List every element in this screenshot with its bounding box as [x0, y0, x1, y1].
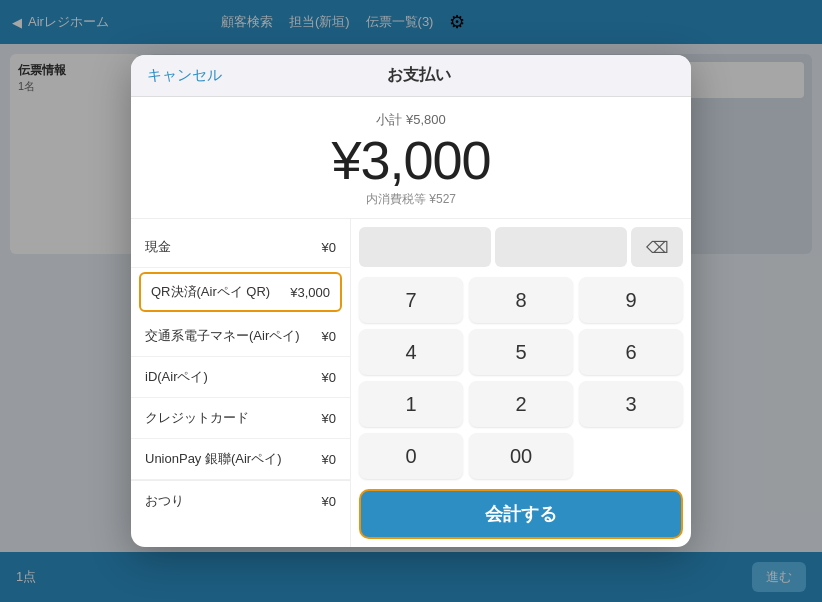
payment-row-credit[interactable]: クレジットカード ¥0 [131, 398, 350, 439]
backspace-button[interactable]: ⌫ [631, 227, 683, 267]
amount-section: 小計 ¥5,800 ¥3,000 内消費税等 ¥527 [131, 97, 691, 219]
numpad-display: ⌫ [359, 227, 683, 267]
payment-amount-credit: ¥0 [322, 411, 336, 426]
tax-text: 内消費税等 ¥527 [147, 191, 675, 208]
payment-row-union[interactable]: UnionPay 銀聯(Airペイ) ¥0 [131, 439, 350, 480]
modal-header: キャンセル お支払い [131, 55, 691, 97]
subtotal-text: 小計 ¥5,800 [147, 111, 675, 129]
payment-row-transit[interactable]: 交通系電子マネー(Airペイ) ¥0 [131, 316, 350, 357]
modal-cancel-button[interactable]: キャンセル [147, 66, 222, 85]
payment-name-cash: 現金 [145, 238, 171, 256]
empty-cell [579, 433, 683, 479]
payment-name-qr: QR決済(Airペイ QR) [151, 283, 270, 301]
payment-row-cash[interactable]: 現金 ¥0 [131, 227, 350, 268]
numpad-grid: 7 8 9 4 5 6 1 2 3 0 00 [359, 277, 683, 479]
display-box-2 [495, 227, 627, 267]
num-btn-4[interactable]: 4 [359, 329, 463, 375]
num-btn-7[interactable]: 7 [359, 277, 463, 323]
num-btn-8[interactable]: 8 [469, 277, 573, 323]
payment-methods-list: 現金 ¥0 QR決済(Airペイ QR) ¥3,000 交通系電子マネー(Air… [131, 219, 351, 547]
payment-content: 現金 ¥0 QR決済(Airペイ QR) ¥3,000 交通系電子マネー(Air… [131, 219, 691, 547]
num-btn-2[interactable]: 2 [469, 381, 573, 427]
numpad-section: ⌫ 7 8 9 4 5 6 1 2 3 0 [351, 219, 691, 547]
otsuri-amount: ¥0 [322, 494, 336, 509]
num-btn-00[interactable]: 00 [469, 433, 573, 479]
modal-overlay: キャンセル お支払い 小計 ¥5,800 ¥3,000 内消費税等 ¥527 現… [0, 0, 822, 602]
payment-name-id: iD(Airペイ) [145, 368, 208, 386]
confirm-button[interactable]: 会計する [359, 489, 683, 539]
payment-modal: キャンセル お支払い 小計 ¥5,800 ¥3,000 内消費税等 ¥527 現… [131, 55, 691, 547]
payment-amount-cash: ¥0 [322, 240, 336, 255]
modal-title: お支払い [387, 65, 451, 86]
num-btn-9[interactable]: 9 [579, 277, 683, 323]
num-btn-6[interactable]: 6 [579, 329, 683, 375]
payment-amount-transit: ¥0 [322, 329, 336, 344]
payment-row-qr[interactable]: QR決済(Airペイ QR) ¥3,000 [139, 272, 342, 312]
payment-amount-id: ¥0 [322, 370, 336, 385]
payment-name-credit: クレジットカード [145, 409, 249, 427]
payment-row-id[interactable]: iD(Airペイ) ¥0 [131, 357, 350, 398]
modal-body: 小計 ¥5,800 ¥3,000 内消費税等 ¥527 現金 ¥0 QR決済(A… [131, 97, 691, 547]
main-amount: ¥3,000 [147, 133, 675, 187]
payment-name-union: UnionPay 銀聯(Airペイ) [145, 450, 282, 468]
otsuri-row: おつり ¥0 [131, 480, 350, 521]
num-btn-3[interactable]: 3 [579, 381, 683, 427]
backspace-icon: ⌫ [646, 238, 669, 257]
num-btn-0[interactable]: 0 [359, 433, 463, 479]
otsuri-label: おつり [145, 492, 184, 510]
num-btn-5[interactable]: 5 [469, 329, 573, 375]
payment-amount-qr: ¥3,000 [290, 285, 330, 300]
payment-amount-union: ¥0 [322, 452, 336, 467]
num-btn-1[interactable]: 1 [359, 381, 463, 427]
display-box-1 [359, 227, 491, 267]
payment-name-transit: 交通系電子マネー(Airペイ) [145, 327, 300, 345]
